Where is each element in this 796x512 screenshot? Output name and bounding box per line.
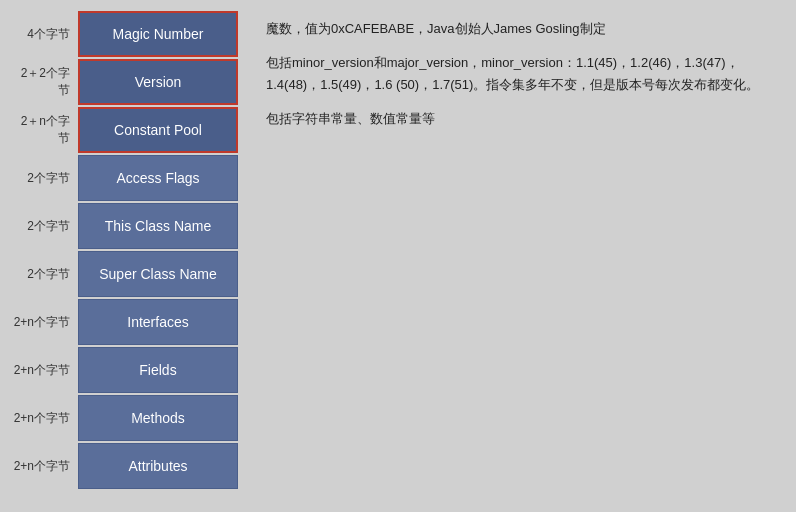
cell-version[interactable]: Version	[78, 59, 238, 105]
cell-magic-number[interactable]: Magic Number	[78, 11, 238, 57]
table-row: 2＋2个字节Version	[10, 58, 238, 106]
size-label: 2+n个字节	[10, 410, 78, 427]
cell-attributes[interactable]: Attributes	[78, 443, 238, 489]
right-panel: 魔数，值为0xCAFEBABE，Java创始人James Gosling制定包括…	[254, 10, 786, 502]
table-row: 2+n个字节Attributes	[10, 442, 238, 490]
table-row: 2＋n个字节Constant Pool	[10, 106, 238, 154]
size-label: 2+n个字节	[10, 362, 78, 379]
table-row: 2个字节This Class Name	[10, 202, 238, 250]
description-1: 包括minor_version和major_version，minor_vers…	[266, 52, 774, 96]
table-row: 4个字节Magic Number	[10, 10, 238, 58]
size-label: 2＋n个字节	[10, 113, 78, 147]
cell-super-class-name[interactable]: Super Class Name	[78, 251, 238, 297]
cell-fields[interactable]: Fields	[78, 347, 238, 393]
table-row: 2+n个字节Methods	[10, 394, 238, 442]
size-label: 2＋2个字节	[10, 65, 78, 99]
table-row: 2个字节Access Flags	[10, 154, 238, 202]
cell-constant-pool[interactable]: Constant Pool	[78, 107, 238, 153]
left-panel: 4个字节Magic Number2＋2个字节Version2＋n个字节Const…	[10, 10, 238, 502]
size-label: 4个字节	[10, 26, 78, 43]
main-container: 4个字节Magic Number2＋2个字节Version2＋n个字节Const…	[0, 0, 796, 512]
description-2: 包括字符串常量、数值常量等	[266, 108, 774, 130]
description-0: 魔数，值为0xCAFEBABE，Java创始人James Gosling制定	[266, 18, 774, 40]
cell-interfaces[interactable]: Interfaces	[78, 299, 238, 345]
size-label: 2+n个字节	[10, 314, 78, 331]
size-label: 2个字节	[10, 266, 78, 283]
table-row: 2+n个字节Fields	[10, 346, 238, 394]
cell-this-class-name[interactable]: This Class Name	[78, 203, 238, 249]
cell-methods[interactable]: Methods	[78, 395, 238, 441]
size-label: 2个字节	[10, 218, 78, 235]
table-row: 2+n个字节Interfaces	[10, 298, 238, 346]
size-label: 2+n个字节	[10, 458, 78, 475]
size-label: 2个字节	[10, 170, 78, 187]
cell-access-flags[interactable]: Access Flags	[78, 155, 238, 201]
table-row: 2个字节Super Class Name	[10, 250, 238, 298]
